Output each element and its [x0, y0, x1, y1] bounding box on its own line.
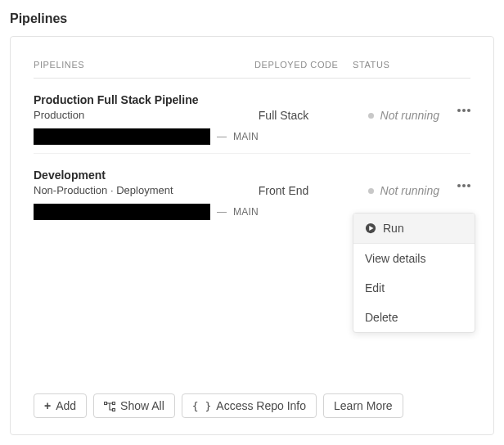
- button-label: Add: [56, 399, 76, 412]
- pipeline-title: Development: [34, 169, 259, 182]
- svg-rect-3: [113, 409, 115, 411]
- menu-item-run[interactable]: Run: [353, 214, 475, 244]
- menu-item-view-details[interactable]: View details: [353, 244, 475, 273]
- svg-rect-1: [105, 402, 107, 405]
- table-header: PIPELINES DEPLOYED CODE STATUS: [34, 60, 470, 79]
- redacted-repo: [34, 204, 210, 220]
- redacted-repo: [34, 128, 210, 145]
- branch-separator: —: [217, 131, 227, 142]
- play-circle-icon: [365, 222, 376, 234]
- deployed-code: Full Stack: [259, 109, 357, 122]
- branch-name: MAIN: [233, 206, 259, 218]
- learn-more-button[interactable]: Learn More: [323, 393, 403, 418]
- menu-item-label: Delete: [365, 311, 398, 324]
- menu-item-edit[interactable]: Edit: [353, 273, 475, 303]
- pipeline-subtitle: Production: [34, 109, 259, 121]
- pipelines-card: PIPELINES DEPLOYED CODE STATUS Productio…: [10, 36, 494, 435]
- button-label: Show All: [120, 399, 164, 412]
- access-repo-button[interactable]: { } Access Repo Info: [182, 393, 317, 418]
- actions-menu: Run View details Edit Delete: [353, 213, 475, 333]
- menu-item-label: Run: [383, 222, 404, 235]
- more-actions-button[interactable]: [446, 184, 470, 187]
- branch-separator: —: [217, 206, 227, 218]
- tree-icon: [104, 401, 115, 411]
- status-text: Not running: [380, 184, 439, 197]
- show-all-button[interactable]: Show All: [93, 393, 175, 418]
- button-label: Access Repo Info: [216, 399, 306, 412]
- pipeline-title: Production Full Stack Pipeline: [34, 93, 259, 106]
- svg-rect-2: [113, 402, 115, 405]
- col-header-deployed: DEPLOYED CODE: [254, 60, 353, 70]
- pipeline-subtitle: Non-Production · Deployment: [34, 184, 259, 196]
- repo-line: — MAIN: [34, 204, 259, 220]
- menu-item-label: View details: [365, 252, 425, 265]
- status-dot-icon: [368, 113, 374, 119]
- status-dot-icon: [368, 188, 374, 194]
- footer-buttons: Add Show All { } Access Repo Info Learn …: [34, 393, 470, 418]
- deployed-code: Front End: [259, 184, 357, 197]
- menu-item-label: Edit: [365, 281, 385, 294]
- add-button[interactable]: Add: [34, 393, 87, 418]
- repo-line: — MAIN: [34, 128, 259, 145]
- button-label: Learn More: [334, 399, 393, 412]
- col-header-status: STATUS: [353, 60, 446, 70]
- col-header-pipelines: PIPELINES: [34, 60, 254, 70]
- table-row: Production Full Stack Pipeline Productio…: [34, 79, 470, 154]
- page-title: Pipelines: [0, 0, 504, 36]
- menu-item-delete[interactable]: Delete: [353, 303, 475, 332]
- branch-name: MAIN: [233, 131, 259, 142]
- plus-icon: [44, 399, 51, 412]
- more-actions-button[interactable]: [446, 109, 470, 112]
- braces-icon: { }: [192, 400, 211, 412]
- status-text: Not running: [380, 109, 439, 122]
